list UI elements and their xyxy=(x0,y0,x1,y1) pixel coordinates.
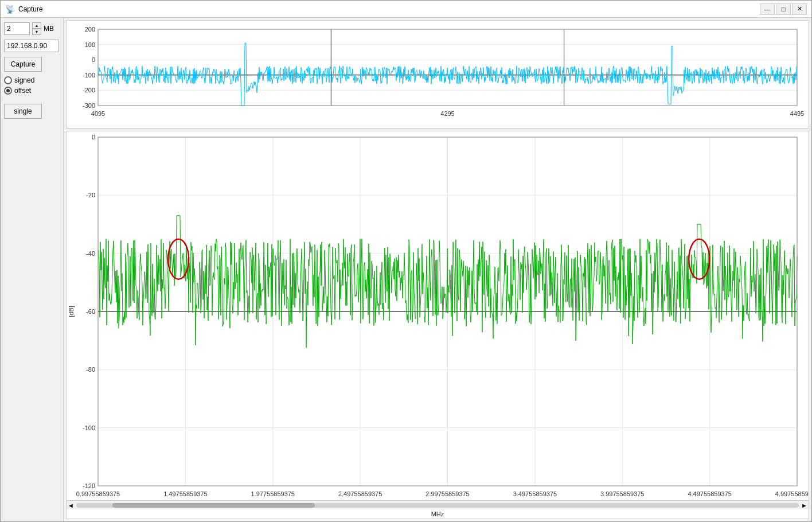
maximize-button[interactable]: □ xyxy=(776,3,791,15)
scrollbar-thumb[interactable] xyxy=(112,503,315,508)
spin-up[interactable]: ▲ xyxy=(32,22,41,29)
signed-radio[interactable]: signed xyxy=(4,76,60,84)
spin-down[interactable]: ▼ xyxy=(32,29,41,35)
ip-input[interactable] xyxy=(4,40,59,52)
bottom-chart-container: ◄ ► MHz xyxy=(66,131,809,519)
single-button[interactable]: single xyxy=(4,104,42,119)
scrollbar-container[interactable]: ◄ ► xyxy=(67,500,809,509)
offset-radio-circle xyxy=(4,87,12,95)
titlebar-left: 📡 Capture xyxy=(5,5,43,14)
signed-radio-circle xyxy=(4,76,12,84)
bottom-chart xyxy=(67,131,809,500)
charts-area: ◄ ► MHz xyxy=(64,18,811,521)
spin-arrows: ▲ ▼ xyxy=(32,22,41,35)
top-chart-container xyxy=(66,20,809,128)
scrollbar-track[interactable] xyxy=(76,503,799,508)
minimize-button[interactable]: — xyxy=(760,3,775,15)
main-window: 📡 Capture — □ ✕ ▲ ▼ MB Capture xyxy=(0,0,812,522)
titlebar: 📡 Capture — □ ✕ xyxy=(1,1,811,18)
content-area: ▲ ▼ MB Capture signed offset single xyxy=(1,18,811,521)
mb-row: ▲ ▼ MB xyxy=(4,22,60,35)
capture-button[interactable]: Capture xyxy=(4,57,42,72)
window-title: Capture xyxy=(18,5,43,13)
offset-label: offset xyxy=(14,87,31,95)
radio-group: signed offset xyxy=(4,76,60,95)
titlebar-controls: — □ ✕ xyxy=(760,3,807,15)
offset-radio[interactable]: offset xyxy=(4,87,60,95)
sidebar: ▲ ▼ MB Capture signed offset single xyxy=(1,18,64,521)
top-chart xyxy=(67,21,809,126)
close-button[interactable]: ✕ xyxy=(792,3,807,15)
x-axis-label: MHz xyxy=(67,509,809,519)
scroll-right-btn[interactable]: ► xyxy=(800,502,809,509)
window-icon: 📡 xyxy=(5,5,15,14)
signed-label: signed xyxy=(14,76,34,84)
scroll-left-btn[interactable]: ◄ xyxy=(67,502,75,509)
mb-label: MB xyxy=(44,25,54,33)
mb-spinbox[interactable] xyxy=(4,22,30,35)
